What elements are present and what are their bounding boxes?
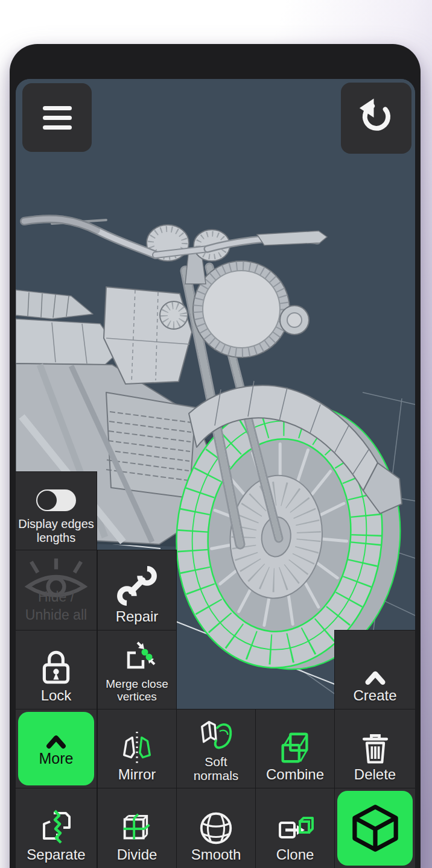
tool-combine[interactable]: Combine xyxy=(256,709,334,788)
tool-hide-unhide-label: Hide / Unhide all xyxy=(16,588,97,624)
tool-clone-label: Clone xyxy=(276,847,314,868)
tool-merge-label: Merge close vertices xyxy=(100,678,174,709)
toggle-knob xyxy=(37,491,57,510)
tool-mirror-label: Mirror xyxy=(118,767,156,788)
tool-add-primitive-cell xyxy=(335,788,415,868)
hamburger-menu-icon xyxy=(43,106,72,130)
tool-repair[interactable]: Repair xyxy=(98,550,176,630)
tool-combine-label: Combine xyxy=(266,767,324,788)
cube-icon xyxy=(350,803,401,854)
tool-soft-normals-label: Soft normals xyxy=(186,755,246,788)
combine-icon xyxy=(276,729,314,767)
smooth-icon xyxy=(197,810,235,847)
tool-create[interactable]: Create xyxy=(335,631,415,709)
separate-icon xyxy=(37,808,75,847)
tool-smooth[interactable]: Smooth xyxy=(177,788,255,868)
menu-button[interactable] xyxy=(22,83,92,152)
trash-icon xyxy=(357,731,393,767)
divide-icon xyxy=(118,810,156,847)
tool-lock[interactable]: Lock xyxy=(16,631,97,709)
tool-smooth-label: Smooth xyxy=(191,847,241,868)
display-edges-toggle[interactable] xyxy=(36,489,76,511)
padlock-icon xyxy=(36,648,76,688)
tool-delete-label: Delete xyxy=(354,767,396,788)
tool-lock-label: Lock xyxy=(41,688,72,709)
tool-clone[interactable]: Clone xyxy=(256,788,334,868)
chevron-up-icon xyxy=(42,730,71,750)
add-primitive-button[interactable] xyxy=(337,791,413,866)
undo-button[interactable] xyxy=(341,83,411,154)
chevron-up-icon xyxy=(360,664,391,688)
tool-more-cell: More xyxy=(16,709,97,788)
undo-icon xyxy=(355,96,398,140)
tool-repair-label: Repair xyxy=(116,609,159,630)
tool-soft-normals[interactable]: Soft normals xyxy=(177,709,255,788)
display-edges-label: Display edges lengths xyxy=(17,517,95,550)
wrench-icon xyxy=(114,563,160,609)
tool-divide-label: Divide xyxy=(117,847,157,868)
tool-separate[interactable]: Separate xyxy=(16,788,97,868)
more-button[interactable]: More xyxy=(18,712,94,785)
clone-icon xyxy=(276,812,314,847)
tool-separate-label: Separate xyxy=(27,847,85,868)
tool-divide[interactable]: Divide xyxy=(98,788,176,868)
display-edges-panel: Display edges lengths xyxy=(16,472,97,550)
merge-vertices-icon xyxy=(118,640,156,678)
tool-delete[interactable]: Delete xyxy=(335,709,415,788)
soft-normals-icon xyxy=(197,717,235,755)
more-button-label: More xyxy=(39,750,74,767)
tool-hide-unhide[interactable]: Hide / Unhide all xyxy=(16,550,97,630)
tool-merge-close-vertices[interactable]: Merge close vertices xyxy=(98,631,176,709)
tool-mirror[interactable]: Mirror xyxy=(98,709,176,788)
app-screen: Display edges lengths Hide / Unhide all … xyxy=(16,79,415,868)
mirror-icon xyxy=(118,729,156,767)
phone-frame: Display edges lengths Hide / Unhide all … xyxy=(10,44,421,868)
tool-create-label: Create xyxy=(353,688,396,709)
